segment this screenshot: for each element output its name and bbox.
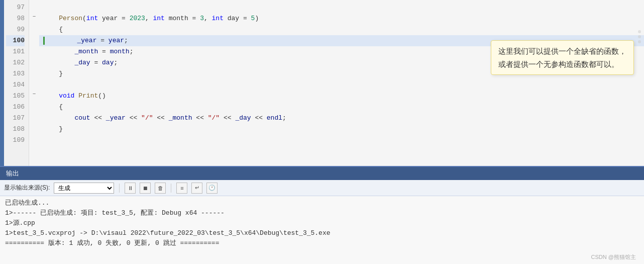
toolbar-btn-clear[interactable]: 🗑 <box>155 183 166 194</box>
code-line-108: } <box>39 124 644 135</box>
toolbar-btn-pause[interactable]: ⏸ <box>125 183 136 194</box>
gutter-98[interactable]: − <box>29 11 39 22</box>
gutter-100 <box>29 33 39 44</box>
toolbar-btn-wrap[interactable]: ↵ <box>191 183 202 194</box>
active-indicator-100 <box>43 37 45 45</box>
output-line-3: 1>源.cpp <box>5 218 639 228</box>
source-label: 显示输出来源(S): <box>4 184 50 192</box>
annotation-bubble: 这里我们可以提供一个全缺省的函数， 或者提供一个无参构造函数都可以。 <box>491 40 634 75</box>
code-line-109 <box>39 135 644 146</box>
line-102: 102 <box>6 57 25 68</box>
source-select[interactable]: 生成 调试 错误列表 <box>54 183 114 194</box>
gutter-99 <box>29 22 39 33</box>
code-editor: 97 98 99 100 101 102 103 104 105 106 107… <box>0 0 644 166</box>
gutter: − − <box>29 0 39 166</box>
gutter-109 <box>29 133 39 144</box>
output-content: 已启动生成... 1>------ 已启动生成: 项目: test_3_5, 配… <box>0 196 644 250</box>
gutter-106 <box>29 100 39 111</box>
toolbar-separator-1 <box>119 184 120 193</box>
toolbar-btn-stop[interactable]: ⏹ <box>140 183 151 194</box>
output-line-2: 1>------ 已启动生成: 项目: test_3_5, 配置: Debug … <box>5 208 639 218</box>
gutter-97 <box>29 0 39 11</box>
line-98: 98 <box>6 13 25 24</box>
toolbar-separator-2 <box>171 184 171 193</box>
main-container: 97 98 99 100 101 102 103 104 105 106 107… <box>0 0 644 264</box>
line-104: 104 <box>6 79 25 91</box>
output-line-1: 已启动生成... <box>5 198 639 208</box>
line-107: 107 <box>6 113 25 124</box>
branding-text: CSDN @熊猫馆主 <box>591 254 636 260</box>
gutter-108 <box>29 122 39 133</box>
line-108: 108 <box>6 124 25 135</box>
gutter-101 <box>29 44 39 55</box>
line-101: 101 <box>6 46 25 57</box>
scroll-dot-1 <box>638 30 641 33</box>
line-100: 100 <box>6 35 25 46</box>
output-header: 输出 <box>0 167 644 180</box>
code-line-105: void Print() <box>39 91 644 102</box>
output-toolbar: 显示输出来源(S): 生成 调试 错误列表 ⏸ ⏹ 🗑 ≡ ↵ 🕐 <box>0 180 644 196</box>
annotation-line1: 这里我们可以提供一个全缺省的函数， <box>498 47 626 55</box>
output-header-label: 输出 <box>6 169 19 178</box>
line-103: 103 <box>6 68 25 79</box>
line-109: 109 <box>6 135 25 146</box>
code-line-98: Person(int year = 2023, int month = 3, i… <box>39 13 644 24</box>
line-numbers: 97 98 99 100 101 102 103 104 105 106 107… <box>4 0 29 166</box>
code-line-99: { <box>39 24 644 35</box>
toolbar-btn-clock[interactable]: 🕐 <box>206 183 218 194</box>
code-line-104 <box>39 79 644 91</box>
line-97: 97 <box>6 2 25 13</box>
annotation-line2: 或者提供一个无参构造函数都可以。 <box>498 60 619 68</box>
output-line-4: 1>test_3_5.vcxproj -> D:\visaul 2022\fut… <box>5 228 639 238</box>
code-line-106: { <box>39 102 644 113</box>
branding: CSDN @熊猫馆主 <box>591 253 636 261</box>
toolbar-btn-filter[interactable]: ≡ <box>176 183 187 194</box>
gutter-107 <box>29 111 39 122</box>
gutter-104 <box>29 77 39 89</box>
gutter-105[interactable]: − <box>29 89 39 100</box>
line-105: 105 <box>6 91 25 102</box>
code-line-97 <box>39 2 644 13</box>
code-line-107: cout << _year << "/" << _month << "/" <<… <box>39 113 644 124</box>
code-content: Person(int year = 2023, int month = 3, i… <box>39 0 644 166</box>
output-line-5: ========== 版本: 1 成功, 0 失败, 0 更新, 0 跳过 ==… <box>5 238 639 248</box>
scroll-dots <box>638 30 641 43</box>
scroll-dot-3 <box>638 40 641 43</box>
gutter-102 <box>29 55 39 66</box>
gutter-103 <box>29 66 39 77</box>
scroll-dot-2 <box>638 35 641 38</box>
line-99: 99 <box>6 24 25 35</box>
output-panel: 输出 显示输出来源(S): 生成 调试 错误列表 ⏸ ⏹ 🗑 ≡ ↵ 🕐 已启动… <box>0 166 644 264</box>
line-106: 106 <box>6 102 25 113</box>
